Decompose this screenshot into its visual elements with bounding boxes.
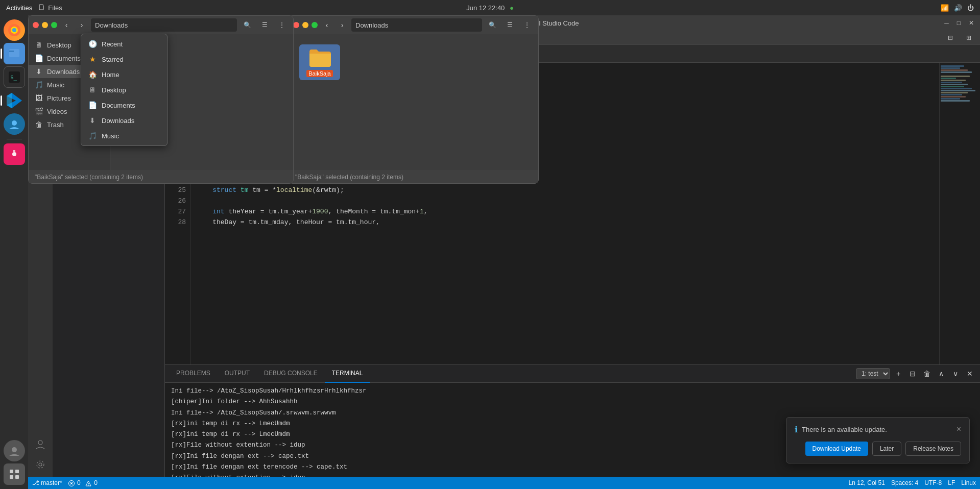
dock-item-vscode[interactable] — [4, 90, 25, 111]
file-menu-button[interactable]: Files — [38, 4, 62, 12]
network-icon[interactable]: 📶 — [941, 4, 949, 12]
fm2-close-button[interactable] — [293, 22, 299, 28]
fm-close-button[interactable] — [33, 22, 39, 28]
vscode-panel-toggle[interactable]: ⊞ — [962, 31, 976, 44]
panel-tab-output[interactable]: OUTPUT — [218, 365, 257, 383]
folder-item-baiksaja-selected[interactable]: BaikSaja — [299, 44, 340, 80]
line-num: 27 — [165, 206, 186, 217]
terminal-line-2: [chiper]Ini folder --> AhhSusahhh — [171, 397, 974, 407]
fm-forward-button[interactable]: › — [76, 19, 88, 31]
fm-view-toggle-button[interactable]: ☰ — [257, 18, 272, 32]
status-bar-right: Ln 12, Col 51 Spaces: 4 UTF-8 LF Linux — [849, 479, 976, 486]
dropdown-item-starred[interactable]: ★ Starred — [81, 52, 167, 67]
minimap-line — [941, 90, 975, 91]
fm2-forward-button[interactable]: › — [336, 19, 348, 31]
update-close-button[interactable]: × — [957, 425, 961, 434]
main-area: $_ — [0, 15, 980, 489]
minimap-line — [941, 76, 970, 77]
volume-icon[interactable]: 🔊 — [954, 4, 962, 12]
status-eol[interactable]: LF — [948, 479, 955, 486]
file-manager-2-window: ‹ › Downloads 🔍 ☰ ⋮ BaikSaja — [289, 15, 539, 184]
release-notes-button[interactable]: Release Notes — [905, 442, 961, 456]
terminal-tab-label: TERMINAL — [332, 370, 363, 377]
activity-account[interactable] — [31, 435, 50, 453]
activity-settings[interactable] — [31, 455, 50, 474]
activities-button[interactable]: Activities — [6, 4, 32, 12]
terminal-close-panel-button[interactable]: ✕ — [964, 368, 976, 380]
music-menu-icon: 🎵 — [88, 132, 97, 140]
fm2-minimize-button[interactable] — [302, 22, 308, 28]
terminal-add-button[interactable]: + — [892, 368, 904, 380]
terminal-move-down-button[interactable]: ∨ — [949, 368, 962, 380]
panel-tab-terminal[interactable]: TERMINAL — [325, 365, 370, 383]
svg-point-4 — [12, 28, 16, 32]
svg-rect-5 — [9, 49, 19, 57]
fm2-menu-button[interactable]: ⋮ — [520, 18, 534, 32]
terminal-trash-button[interactable]: 🗑 — [921, 368, 933, 380]
dock-item-files[interactable] — [4, 43, 25, 64]
fm-maximize-button[interactable] — [51, 22, 57, 28]
terminal-line-1: Ini file--> /AtoZ_SisopSusah/Hrhlkhfhzsr… — [171, 386, 974, 397]
fm-location-bar[interactable]: Downloads — [91, 18, 237, 32]
output-tab-label: OUTPUT — [225, 370, 250, 377]
status-branch[interactable]: ⎇ master* — [32, 479, 62, 486]
dropdown-item-downloads[interactable]: ⬇ Downloads — [81, 113, 167, 128]
status-encoding[interactable]: UTF-8 — [924, 479, 942, 486]
download-update-button[interactable]: Download Update — [805, 442, 868, 456]
fm-search-button[interactable]: 🔍 — [240, 18, 254, 32]
vscode-maximize-button[interactable]: □ — [957, 19, 961, 27]
terminal-dock-icon: $_ — [9, 71, 20, 83]
terminal-selector[interactable]: 1: test — [856, 368, 890, 379]
settings-icon — [35, 459, 46, 470]
dock-item-terminal[interactable]: $_ — [4, 66, 25, 88]
minimap-line — [941, 100, 970, 102]
fm-minimize-button[interactable] — [42, 22, 48, 28]
status-language[interactable]: Linux — [961, 479, 976, 486]
recent-icon: 🕐 — [88, 40, 97, 48]
fm2-maximize-button[interactable] — [312, 22, 318, 28]
dock-item-software[interactable] — [4, 143, 25, 165]
svg-rect-19 — [15, 475, 19, 479]
dock-item-apps[interactable] — [4, 463, 25, 485]
dock-item-firefox[interactable] — [4, 19, 25, 41]
power-icon[interactable]: ⏻ — [967, 4, 974, 12]
dropdown-menu: 🕐 Recent ★ Starred 🏠 Home 🖥 Desktop 📄 Do… — [81, 34, 168, 146]
fm2-titlebar: ‹ › Downloads 🔍 ☰ ⋮ — [289, 16, 538, 34]
minimap — [939, 63, 980, 364]
dropdown-label-desktop: Desktop — [102, 86, 126, 94]
status-spaces[interactable]: Spaces: 4 — [891, 479, 918, 486]
fm2-search-button[interactable]: 🔍 — [485, 18, 499, 32]
terminal-move-up-button[interactable]: ∧ — [935, 368, 947, 380]
svg-rect-6 — [9, 51, 14, 52]
fm2-view-toggle-button[interactable]: ☰ — [503, 18, 517, 32]
contacts-icon — [8, 118, 20, 130]
dropdown-label-recent: Recent — [102, 40, 123, 48]
vscode-sidebar-toggle[interactable]: ⊟ — [943, 31, 958, 44]
dropdown-item-music[interactable]: 🎵 Music — [81, 128, 167, 143]
dropdown-item-documents[interactable]: 📄 Documents — [81, 97, 167, 113]
vscode-minimize-button[interactable]: ─ — [944, 19, 949, 27]
status-line-col[interactable]: Ln 12, Col 51 — [849, 479, 885, 486]
fm2-location-bar[interactable]: Downloads — [351, 18, 482, 32]
dropdown-item-desktop[interactable]: 🖥 Desktop — [81, 82, 167, 97]
dropdown-item-recent[interactable]: 🕐 Recent — [81, 36, 167, 52]
minimap-line — [941, 71, 972, 73]
fm2-back-button[interactable]: ‹ — [321, 19, 333, 31]
dock-item-contacts[interactable] — [4, 113, 25, 135]
panel-tab-problems[interactable]: PROBLEMS — [169, 365, 218, 383]
svg-point-42 — [38, 441, 42, 445]
music-icon: 🎵 — [35, 81, 43, 89]
dropdown-item-home[interactable]: 🏠 Home — [81, 67, 167, 82]
panel-tab-debug[interactable]: DEBUG CONSOLE — [257, 365, 325, 383]
fm-statusbar: "BaikSaja" selected (containing 2 items) — [29, 170, 293, 184]
later-button[interactable]: Later — [872, 442, 901, 456]
fm-menu-button[interactable]: ⋮ — [275, 18, 289, 32]
dock-item-user[interactable] — [4, 440, 25, 461]
dropdown-label-downloads: Downloads — [102, 117, 134, 125]
dock: $_ — [0, 15, 28, 489]
vscode-close-button[interactable]: ✕ — [969, 19, 974, 27]
status-errors[interactable]: 0 0 — [68, 479, 98, 486]
fm-back-button[interactable]: ‹ — [60, 19, 73, 31]
software-icon — [9, 149, 20, 160]
terminal-split-button[interactable]: ⊟ — [906, 368, 919, 380]
